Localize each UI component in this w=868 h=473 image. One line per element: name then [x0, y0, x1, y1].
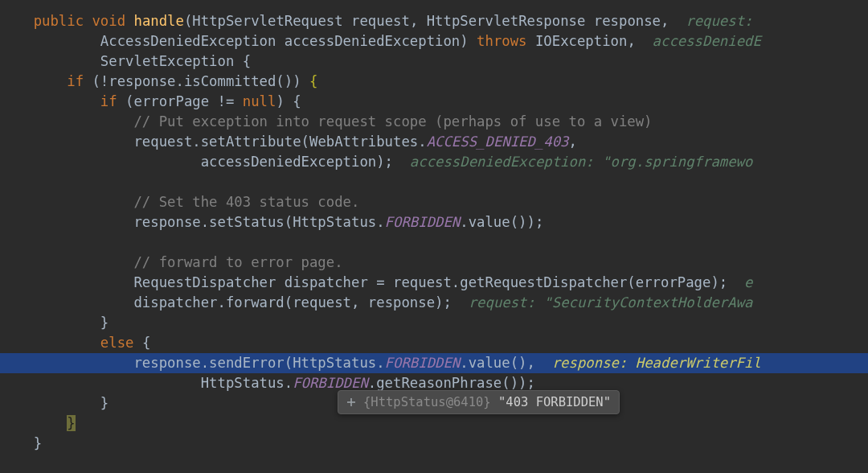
current-execution-line: response.sendError(HttpStatus.FORBIDDEN.… [0, 353, 868, 373]
code-line: RequestDispatcher dispatcher = request.g… [0, 273, 868, 293]
constant: FORBIDDEN [293, 375, 368, 391]
param: response [594, 13, 661, 29]
code-line: response.setStatus(HttpStatus.FORBIDDEN.… [0, 212, 868, 232]
code-line: public void handle(HttpServletRequest re… [0, 11, 868, 31]
brace: { [243, 53, 251, 69]
code-editor[interactable]: public void handle(HttpServletRequest re… [0, 0, 868, 473]
code-line [0, 232, 868, 253]
inlay-hint: e [744, 274, 752, 290]
brace: { [309, 73, 317, 89]
type: RequestDispatcher [133, 274, 276, 290]
type: IOException [535, 33, 627, 49]
brace: } [34, 435, 42, 451]
param: accessDeniedException [285, 33, 461, 49]
plus-icon[interactable] [345, 396, 358, 409]
keyword-void: void [92, 13, 125, 29]
code-line: // Set the 403 status code. [0, 192, 868, 212]
code-line: } [0, 413, 868, 434]
brace: { [293, 93, 301, 109]
keyword-throws: throws [477, 33, 526, 49]
code-line: else { [0, 333, 868, 353]
keyword-else: else [100, 335, 134, 351]
method-name: handle [134, 13, 184, 29]
comment: // forward to error page. [133, 254, 342, 270]
comment: // Put exception into request scope (per… [133, 113, 652, 130]
brace-matched: } [67, 415, 75, 431]
code-line: } [0, 313, 868, 333]
code-line: // forward to error page. [0, 253, 868, 273]
code-line: ServletException { [0, 51, 868, 72]
keyword-public: public [34, 13, 84, 29]
debug-value-tooltip[interactable]: {HttpStatus@6410} "403 FORBIDDEN" [338, 390, 620, 414]
param: request [351, 13, 410, 29]
code-line [0, 172, 868, 192]
inlay-hint: response: HeaderWriterFil [552, 355, 761, 371]
inlay-hint: request: [686, 13, 752, 29]
inlay-hint: request: "SecurityContextHolderAwa [469, 294, 753, 311]
code-line: if (!response.isCommitted()) { [0, 72, 868, 92]
code-line: } [0, 434, 868, 454]
inlay-hint: accessDeniedException: "org.springframew… [410, 154, 753, 170]
type: HttpServletResponse [427, 13, 586, 29]
keyword-null: null [243, 93, 276, 109]
comment: // Set the 403 status code. [133, 194, 359, 210]
type: HttpServletRequest [192, 13, 342, 29]
brace: } [100, 315, 108, 331]
type: ServletException [100, 53, 234, 69]
code-line: if (errorPage != null) { [0, 92, 868, 112]
code-line: request.setAttribute(WebAttributes.ACCES… [0, 132, 868, 152]
keyword-if: if [67, 73, 84, 89]
keyword-if: if [100, 93, 117, 109]
constant: ACCESS_DENIED_403 [427, 134, 569, 150]
type: AccessDeniedException [100, 33, 276, 49]
tooltip-value: "403 FORBIDDEN" [498, 395, 611, 409]
constant: FORBIDDEN [385, 214, 461, 230]
brace: { [142, 335, 150, 351]
code-line: // Put exception into request scope (per… [0, 112, 868, 132]
constant: FORBIDDEN [385, 355, 461, 371]
tooltip-object-ref: {HttpStatus@6410} [363, 395, 491, 409]
inlay-hint: accessDeniedE [653, 33, 761, 49]
code-line: dispatcher.forward(request, response); r… [0, 293, 868, 313]
code-line: accessDeniedException); accessDeniedExce… [0, 152, 868, 172]
code-line: AccessDeniedException accessDeniedExcept… [0, 31, 868, 51]
brace: } [100, 395, 108, 411]
